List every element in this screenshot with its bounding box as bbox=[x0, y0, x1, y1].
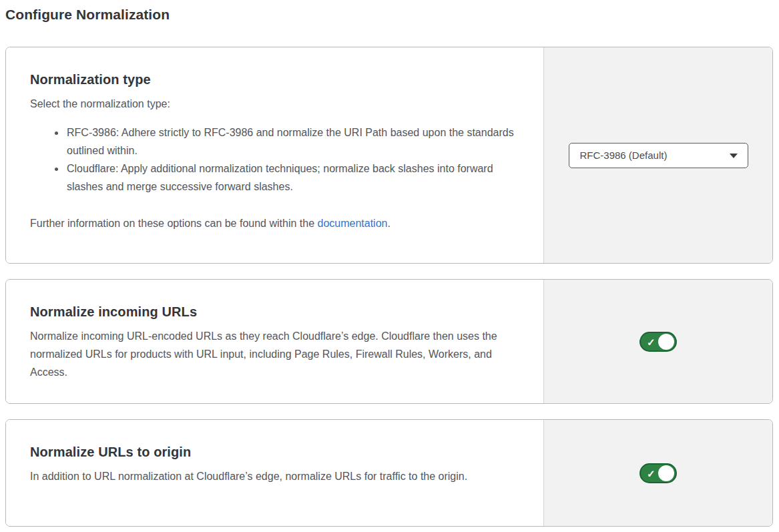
toggle-knob bbox=[658, 465, 674, 481]
chevron-down-icon bbox=[730, 154, 738, 158]
configure-normalization-page: Configure Normalization Normalization ty… bbox=[0, 0, 779, 527]
card-normalize-incoming-urls-content: Normalize incoming URLs Normalize incomi… bbox=[6, 280, 543, 403]
card-normalize-incoming-urls-side-panel: ✓ bbox=[543, 280, 772, 403]
card-normalize-incoming-urls: Normalize incoming URLs Normalize incomi… bbox=[5, 279, 773, 404]
card-normalize-urls-to-origin: Normalize URLs to origin In addition to … bbox=[5, 419, 773, 527]
normalize-urls-to-origin-heading: Normalize URLs to origin bbox=[30, 445, 515, 460]
normalization-type-options-list: RFC-3986: Adhere strictly to RFC-3986 an… bbox=[30, 123, 515, 196]
normalization-type-intro: Select the normalization type: bbox=[30, 95, 515, 113]
normalize-incoming-urls-heading: Normalize incoming URLs bbox=[30, 304, 515, 320]
card-normalization-type-content: Normalization type Select the normalizat… bbox=[6, 47, 543, 263]
normalize-incoming-urls-description: Normalize incoming URL-encoded URLs as t… bbox=[30, 327, 515, 381]
normalization-type-heading: Normalization type bbox=[30, 72, 515, 87]
footer-text-suffix: . bbox=[387, 218, 390, 229]
further-information-text: Further information on these options can… bbox=[30, 214, 515, 232]
normalize-incoming-urls-toggle[interactable]: ✓ bbox=[639, 332, 677, 352]
normalization-type-select-value: RFC-3986 (Default) bbox=[580, 150, 668, 161]
card-normalize-urls-to-origin-side-panel: ✓ bbox=[543, 420, 772, 526]
check-icon: ✓ bbox=[647, 336, 656, 346]
documentation-link[interactable]: documentation bbox=[317, 218, 387, 229]
card-normalization-type-side-panel: RFC-3986 (Default) bbox=[543, 47, 772, 263]
normalize-urls-to-origin-toggle[interactable]: ✓ bbox=[639, 463, 677, 483]
normalization-type-select[interactable]: RFC-3986 (Default) bbox=[569, 143, 748, 168]
check-icon: ✓ bbox=[647, 468, 656, 478]
card-normalization-type: Normalization type Select the normalizat… bbox=[5, 47, 773, 264]
normalize-urls-to-origin-description: In addition to URL normalization at Clou… bbox=[30, 467, 515, 485]
footer-text-prefix: Further information on these options can… bbox=[30, 218, 317, 229]
card-normalize-urls-to-origin-content: Normalize URLs to origin In addition to … bbox=[6, 420, 543, 526]
list-item-rfc-3986: RFC-3986: Adhere strictly to RFC-3986 an… bbox=[65, 123, 515, 160]
page-title: Configure Normalization bbox=[5, 7, 773, 23]
toggle-knob bbox=[658, 334, 674, 350]
list-item-cloudflare: Cloudflare: Apply additional normalizati… bbox=[65, 160, 515, 196]
